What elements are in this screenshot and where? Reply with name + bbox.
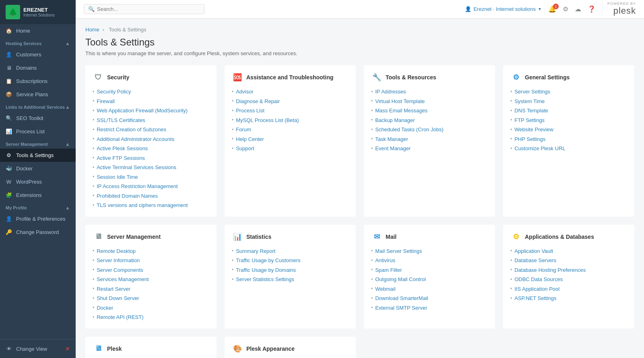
section-title-security: Security bbox=[107, 74, 129, 81]
link-prohibited-domain-names[interactable]: Prohibited Domain Names bbox=[97, 192, 158, 200]
link-docker[interactable]: Docker bbox=[97, 304, 113, 312]
assistance-icon: 🆘 bbox=[232, 72, 243, 83]
link-ftp-settings[interactable]: FTP Settings bbox=[514, 116, 545, 124]
plesk-logo: POWERED BY plesk bbox=[602, 2, 636, 16]
link-process-list[interactable]: Process List bbox=[236, 107, 264, 115]
link-ip-access-restriction-management[interactable]: IP Access Restriction Management bbox=[97, 182, 178, 190]
link-external-smtp-server[interactable]: External SMTP Server bbox=[375, 304, 427, 312]
link-support[interactable]: Support bbox=[236, 145, 254, 153]
link-active-terminal-services-sessions[interactable]: Active Terminal Services Sessions bbox=[97, 163, 176, 172]
sidebar-item-process-list[interactable]: 📊 Process List bbox=[0, 125, 76, 138]
link-outgoing-mail-control[interactable]: Outgoing Mail Control bbox=[375, 275, 426, 284]
list-item: TLS versions and ciphers management bbox=[93, 201, 209, 210]
link-odbc-data-sources[interactable]: ODBC Data Sources bbox=[514, 275, 563, 284]
link-asp-net-settings[interactable]: ASP.NET Settings bbox=[514, 294, 556, 302]
link-task-manager[interactable]: Task Manager bbox=[375, 135, 408, 143]
link-customize-plesk-url[interactable]: Customize Plesk URL bbox=[514, 145, 565, 153]
link-database-hosting-preferences[interactable]: Database Hosting Preferences bbox=[514, 266, 586, 274]
sidebar-item-domains[interactable]: 🖥 Domains bbox=[0, 61, 76, 74]
link-active-plesk-sessions[interactable]: Active Plesk Sessions bbox=[97, 145, 148, 153]
link-diagnose-repair[interactable]: Diagnose & Repair bbox=[236, 97, 280, 106]
list-item: ODBC Data Sources bbox=[510, 275, 627, 284]
sidebar-item-subscriptions[interactable]: 📋 Subscriptions bbox=[0, 74, 76, 88]
gear-icon[interactable]: ⚙ bbox=[563, 5, 568, 13]
link-web-application-firewall-modsecurity-[interactable]: Web Application Firewall (ModSecurity) bbox=[97, 107, 188, 115]
link-remote-api-rest-[interactable]: Remote API (REST) bbox=[97, 313, 143, 321]
link-traffic-usage-by-customers[interactable]: Traffic Usage by Customers bbox=[236, 257, 300, 265]
link-server-settings[interactable]: Server Settings bbox=[514, 88, 550, 96]
link-application-vault[interactable]: Application Vault bbox=[514, 247, 553, 255]
cloud-icon[interactable]: ☁ bbox=[575, 5, 581, 13]
link-scheduled-tasks-cron-jobs-[interactable]: Scheduled Tasks (Cron Jobs) bbox=[375, 126, 444, 134]
link-webmail[interactable]: Webmail bbox=[375, 285, 395, 293]
link-restart-server[interactable]: Restart Server bbox=[97, 285, 130, 293]
user-icon: 👤 bbox=[465, 6, 471, 12]
link-dns-template[interactable]: DNS Template bbox=[514, 107, 548, 115]
link-forum[interactable]: Forum bbox=[236, 126, 251, 134]
link-database-servers[interactable]: Database Servers bbox=[514, 257, 556, 265]
list-item: Active Terminal Services Sessions bbox=[93, 163, 209, 172]
section-general-settings: ⚙General SettingsServer SettingsSystem T… bbox=[503, 65, 634, 217]
sidebar-item-profile-preferences[interactable]: 👤 Profile & Preferences bbox=[0, 212, 76, 226]
link-tls-versions-and-ciphers-management[interactable]: TLS versions and ciphers management bbox=[97, 201, 188, 209]
link-ssl-tls-certificates[interactable]: SSL/TLS Certificates bbox=[97, 116, 145, 124]
link-mass-email-messages[interactable]: Mass Email Messages bbox=[375, 107, 427, 115]
my-profile-header[interactable]: My Profile ▲ bbox=[0, 202, 76, 212]
link-mysql-process-list-beta-[interactable]: MySQL Process List (Beta) bbox=[236, 116, 299, 124]
help-icon[interactable]: ❓ bbox=[588, 5, 596, 13]
hosting-services-header[interactable]: Hosting Services ▲ bbox=[0, 37, 76, 48]
link-antivirus[interactable]: Antivirus bbox=[375, 257, 395, 265]
search-box[interactable]: 🔍 bbox=[84, 4, 204, 14]
sidebar-item-customers[interactable]: 👤 Customers bbox=[0, 48, 76, 61]
link-server-statistics-settings[interactable]: Server Statistics Settings bbox=[236, 275, 294, 284]
breadcrumb-home[interactable]: Home bbox=[85, 27, 99, 33]
link-security-policy[interactable]: Security Policy bbox=[97, 88, 131, 96]
link-php-settings[interactable]: PHP Settings bbox=[514, 135, 545, 143]
link-firewall[interactable]: Firewall bbox=[97, 97, 115, 106]
sidebar-item-change-password[interactable]: 🔑 Change Password bbox=[0, 226, 76, 239]
link-iis-application-pool[interactable]: IIS Application Pool bbox=[514, 285, 559, 293]
link-additional-administrator-accounts[interactable]: Additional Administrator Accounts bbox=[97, 135, 174, 143]
link-mail-server-settings[interactable]: Mail Server Settings bbox=[375, 247, 422, 255]
links-additional-header[interactable]: Links to Additional Services ▲ bbox=[0, 101, 76, 112]
sidebar-item-service-plans[interactable]: 📦 Service Plans bbox=[0, 88, 76, 101]
link-system-time[interactable]: System Time bbox=[514, 97, 545, 106]
notifications-icon[interactable]: 🔔 1 bbox=[548, 5, 556, 13]
link-spam-filter[interactable]: Spam Filter bbox=[375, 266, 402, 274]
sidebar-item-tools-settings[interactable]: ⚙ Tools & Settings bbox=[0, 149, 76, 162]
customers-icon: 👤 bbox=[6, 52, 12, 58]
link-services-management[interactable]: Services Management bbox=[97, 275, 149, 284]
link-active-ftp-sessions[interactable]: Active FTP Sessions bbox=[97, 154, 145, 162]
link-traffic-usage-by-domains[interactable]: Traffic Usage by Domains bbox=[236, 266, 296, 274]
sidebar-item-extensions[interactable]: 🧩 Extensions bbox=[0, 188, 76, 202]
link-server-information[interactable]: Server Information bbox=[97, 257, 140, 265]
link-help-center[interactable]: Help Center bbox=[236, 135, 264, 143]
link-advisor[interactable]: Advisor bbox=[236, 88, 253, 96]
topbar-user[interactable]: 👤 Ereznet · Internet solutions ▼ bbox=[465, 6, 542, 12]
section-title-applications-databases: Applications & Databases bbox=[525, 234, 594, 240]
logo-name: EREZNET bbox=[23, 7, 55, 13]
sidebar-item-seo-toolkit[interactable]: 🔍 SEO Toolkit bbox=[0, 112, 76, 125]
sidebar-item-home[interactable]: 🏠 Home bbox=[0, 24, 76, 37]
link-virtual-host-template[interactable]: Virtual Host Template bbox=[375, 97, 425, 106]
link-ip-addresses[interactable]: IP Addresses bbox=[375, 88, 406, 96]
link-website-preview[interactable]: Website Preview bbox=[514, 126, 553, 134]
link-summary-report[interactable]: Summary Report bbox=[236, 247, 275, 255]
link-download-smartermail[interactable]: Download SmarterMail bbox=[375, 294, 428, 302]
sidebar-item-docker[interactable]: 🐳 Docker bbox=[0, 162, 76, 175]
link-session-idle-time[interactable]: Session Idle Time bbox=[97, 173, 138, 181]
link-backup-manager[interactable]: Backup Manager bbox=[375, 116, 415, 124]
link-server-components[interactable]: Server Components bbox=[97, 266, 143, 274]
page-content: Home › Tools & Settings Tools & Settings… bbox=[76, 19, 644, 358]
sidebar-item-wordpress[interactable]: W WordPress bbox=[0, 175, 76, 188]
link-shut-down-server[interactable]: Shut Down Server bbox=[97, 294, 139, 302]
link-event-manager[interactable]: Event Manager bbox=[375, 145, 411, 153]
search-input[interactable] bbox=[97, 6, 200, 12]
link-remote-desktop[interactable]: Remote Desktop bbox=[97, 247, 136, 255]
list-item: Remote API (REST) bbox=[93, 312, 209, 322]
list-item: Application Vault bbox=[510, 246, 627, 256]
link-restrict-creation-of-subzones[interactable]: Restrict Creation of Subzones bbox=[97, 126, 166, 134]
list-item: Support bbox=[232, 144, 349, 153]
server-management-header[interactable]: Server Management ▲ bbox=[0, 138, 76, 149]
sidebar-item-change-view[interactable]: 👁 Change View ✕ bbox=[0, 342, 76, 356]
